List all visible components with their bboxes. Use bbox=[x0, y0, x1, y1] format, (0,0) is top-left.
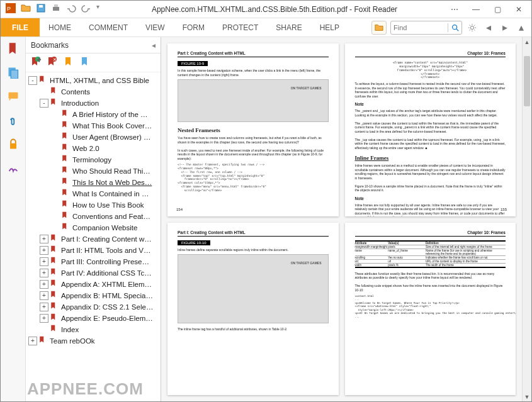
bookmark-item[interactable]: +Part II: HTML Tools and V… bbox=[26, 245, 161, 256]
attachments-panel-icon[interactable] bbox=[7, 114, 20, 129]
bookmark-item[interactable]: +How to Use This Book bbox=[26, 199, 161, 211]
search-go-button[interactable] bbox=[448, 23, 461, 32]
tree-expander-icon[interactable]: + bbox=[28, 337, 37, 345]
bookmark-item[interactable]: +User Agent (Browser) … bbox=[26, 131, 161, 143]
maximize-button[interactable]: ▢ bbox=[487, 3, 507, 16]
help-menu[interactable]: HELP bbox=[311, 18, 348, 36]
protect-menu[interactable]: PROTECT bbox=[213, 18, 267, 36]
open-icon[interactable] bbox=[21, 3, 31, 16]
nav-prev-icon[interactable]: ◂ bbox=[482, 21, 495, 35]
bookmark-icon bbox=[50, 301, 59, 313]
bookmark-label: User Agent (Browser) … bbox=[72, 131, 151, 143]
bookmark-item[interactable]: +Team rebOOk bbox=[26, 335, 161, 347]
bookmark-item[interactable]: +Part III: Controlling Prese… bbox=[26, 256, 161, 267]
bookmark-item[interactable]: +This Is Not a Web Des… bbox=[26, 177, 161, 188]
bookmark-item[interactable]: +Contents bbox=[26, 86, 161, 98]
bookmark-icon bbox=[61, 109, 70, 120]
scroll-down-icon[interactable]: ▼ bbox=[523, 392, 531, 401]
bookmarks-panel-icon[interactable] bbox=[7, 42, 20, 57]
svg-line-7 bbox=[456, 28, 458, 31]
svg-rect-11 bbox=[8, 92, 18, 99]
tree-expander-icon[interactable]: - bbox=[28, 76, 37, 85]
bookmark-icon bbox=[50, 98, 59, 109]
tree-expander-icon[interactable]: + bbox=[40, 280, 48, 289]
tree-expander-icon[interactable]: + bbox=[40, 269, 48, 277]
tree-expander-icon[interactable]: + bbox=[40, 246, 48, 255]
collapse-ribbon-icon[interactable]: ▴ bbox=[515, 21, 528, 35]
overflow-icon[interactable]: ⋯ bbox=[444, 3, 465, 16]
bookmark-item[interactable]: -Introduction bbox=[26, 98, 161, 109]
bookmark-icon bbox=[61, 199, 70, 211]
figure-label: FIGURE 10-10 bbox=[178, 240, 210, 245]
tree-expander-icon[interactable]: + bbox=[40, 314, 48, 323]
tree-expander-icon[interactable]: + bbox=[40, 303, 48, 311]
svg-rect-5 bbox=[54, 4, 58, 7]
view-menu[interactable]: VIEW bbox=[137, 18, 174, 36]
bookmark-label: Part II: HTML Tools and V… bbox=[61, 245, 151, 256]
bookmark-item[interactable]: +Appendix E: Pseudo-Elem… bbox=[26, 313, 161, 324]
scroll-up-icon[interactable]: ▲ bbox=[523, 37, 531, 47]
bookmark-item[interactable]: +What Is Contained in … bbox=[26, 188, 161, 199]
code-block: <frame name="content" src="maincontent.h… bbox=[355, 61, 506, 79]
scrollbar-thumb[interactable] bbox=[524, 56, 530, 106]
bookmark-icon bbox=[61, 188, 70, 199]
home-menu[interactable]: HOME bbox=[40, 18, 80, 36]
nav-next-icon[interactable]: ▸ bbox=[499, 21, 511, 35]
pages-panel-icon[interactable] bbox=[7, 66, 20, 81]
bookmark-item[interactable]: +Web 2.0 bbox=[26, 143, 161, 154]
file-menu[interactable]: FILE bbox=[1, 18, 40, 36]
bookmark-options-icon[interactable] bbox=[80, 57, 90, 69]
attributes-table: AttributeValue(s)Definitionmarginwidth m… bbox=[355, 240, 506, 268]
form-menu[interactable]: FORM bbox=[174, 18, 213, 36]
tree-expander-icon[interactable]: - bbox=[40, 99, 48, 108]
quick-search-dropdown-icon[interactable] bbox=[371, 21, 387, 35]
print-icon[interactable] bbox=[51, 3, 61, 16]
bookmark-item[interactable]: +Terminology bbox=[26, 154, 161, 165]
bookmark-item[interactable]: +Who Should Read Thi… bbox=[26, 165, 161, 177]
settings-gear-icon[interactable] bbox=[466, 21, 478, 35]
page-number: 155 bbox=[501, 208, 507, 211]
bookmark-item[interactable]: -HTML, XHTML, and CSS Bible bbox=[26, 75, 161, 86]
page-number: 154 bbox=[176, 208, 183, 211]
panel-menu-icon[interactable]: ◂ bbox=[152, 41, 156, 50]
undo-icon[interactable] bbox=[66, 3, 76, 16]
tree-expander-icon[interactable]: + bbox=[40, 291, 48, 300]
page-155: Chapter 10: Frames <frame name="content"… bbox=[345, 43, 516, 216]
bookmark-item[interactable]: +Part I: Creating Content w… bbox=[26, 233, 161, 245]
bookmark-item[interactable]: +Index bbox=[26, 324, 161, 335]
expand-bookmark-icon[interactable]: ➕ bbox=[31, 57, 41, 69]
close-button[interactable]: ✕ bbox=[509, 3, 529, 16]
tree-expander-icon[interactable]: + bbox=[40, 235, 48, 243]
svg-text:➕: ➕ bbox=[37, 57, 41, 62]
bookmark-item[interactable]: +Part IV: Additional CSS Tc… bbox=[26, 267, 161, 279]
bookmark-item[interactable]: +Companion Website bbox=[26, 222, 161, 233]
save-icon[interactable] bbox=[36, 3, 46, 16]
bookmark-label: Index bbox=[61, 324, 79, 335]
bookmark-label: Appendix A: XHTML Elem… bbox=[61, 279, 152, 290]
bookmark-icon bbox=[61, 177, 70, 188]
bookmark-item[interactable]: +Conventions and Feat… bbox=[26, 211, 161, 222]
bookmark-icon bbox=[61, 131, 70, 143]
share-menu[interactable]: SHARE bbox=[267, 18, 310, 36]
comments-panel-icon[interactable] bbox=[7, 90, 20, 105]
page-154: Part I: Creating Content with HTML FIGUR… bbox=[167, 43, 339, 216]
signatures-panel-icon[interactable] bbox=[7, 162, 20, 177]
bookmark-label: Part I: Creating Content w… bbox=[61, 233, 152, 245]
bookmark-item[interactable]: +Appendix B: HTML Specia… bbox=[26, 290, 161, 301]
collapse-bookmark-icon[interactable]: ✕ bbox=[47, 57, 57, 69]
bookmark-item[interactable]: +What This Book Cover… bbox=[26, 120, 161, 131]
redo-icon[interactable] bbox=[81, 3, 91, 16]
comment-menu[interactable]: COMMENT bbox=[80, 18, 137, 36]
bookmark-icon bbox=[50, 290, 59, 301]
security-panel-icon[interactable] bbox=[7, 138, 20, 153]
new-bookmark-icon[interactable] bbox=[64, 57, 74, 69]
bookmark-item[interactable]: +A Brief History of the … bbox=[26, 109, 161, 120]
figure-label: FIGURE 10-9 bbox=[178, 61, 208, 66]
tree-expander-icon[interactable]: + bbox=[40, 257, 48, 266]
bookmark-item[interactable]: +Appendix A: XHTML Elem… bbox=[26, 279, 161, 290]
toolbar-dropdown-icon[interactable]: ▾ bbox=[96, 3, 99, 16]
minimize-button[interactable]: — bbox=[466, 3, 486, 16]
vertical-scrollbar[interactable]: ▲ ▼ bbox=[522, 37, 531, 401]
search-input[interactable] bbox=[391, 24, 448, 31]
bookmark-item[interactable]: +Appandix D: CSS 2.1 Sele… bbox=[26, 301, 161, 313]
